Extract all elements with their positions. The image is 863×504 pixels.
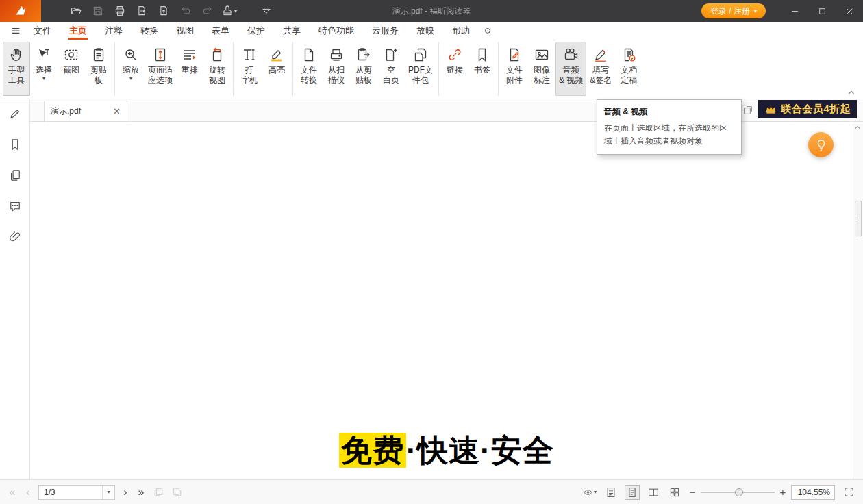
search-icon[interactable] (479, 23, 497, 38)
ribbon-group: 手型工具选择▾截图剪贴板 (3, 42, 112, 96)
typewriter-icon (241, 47, 258, 63)
maximize-button[interactable] (808, 0, 836, 22)
tab-label: 演示.pdf (51, 105, 109, 117)
window-title: 演示.pdf - 福昕阅读器 (392, 5, 471, 17)
ribbon-file-attachment-button[interactable]: 文件附件 (501, 42, 528, 96)
document-tab[interactable]: 演示.pdf ✕ (44, 101, 127, 121)
menu-present[interactable]: 放映 (408, 22, 443, 40)
sidebar-attachments-panel-button[interactable] (8, 229, 23, 244)
zoom-level-box[interactable]: 104.55% (791, 485, 835, 500)
ribbon-snapshot-button[interactable]: 截图 (58, 42, 85, 96)
ribbon-button-label: 缩放▾ (123, 65, 139, 82)
ribbon-rotate-view-button[interactable]: 旋转视图 (203, 42, 231, 96)
menu-file[interactable]: 文件 (25, 22, 60, 40)
ribbon-finalize-doc-button[interactable]: 文档定稿 (615, 42, 642, 96)
menu-view[interactable]: 视图 (167, 22, 203, 40)
hamburger-icon[interactable] (7, 23, 25, 38)
ribbon-reflow-button[interactable]: 重排 (176, 42, 203, 96)
image-icon (534, 47, 550, 63)
ribbon-zoom-button[interactable]: 缩放▾ (117, 42, 145, 96)
next-page-button[interactable]: › (120, 487, 131, 498)
ribbon-bookmark-button[interactable]: 书签 (468, 42, 496, 96)
collapse-ribbon-icon[interactable] (847, 88, 858, 97)
facing-pages-view-button[interactable] (646, 485, 661, 500)
app-window: ▾ 演示.pdf - 福昕阅读器 登录 / 注册 ▾ 文件主页注释转换视图表单保… (0, 0, 863, 504)
fullscreen-button[interactable] (841, 485, 856, 500)
ribbon-file-convert-button[interactable]: 文件转换 (295, 42, 323, 96)
ribbon-button-label: 截图 (63, 65, 79, 75)
menu-home[interactable]: 主页 (60, 22, 96, 40)
menu-convert[interactable]: 转换 (132, 22, 167, 40)
scrollbar-thumb[interactable] (855, 201, 862, 236)
first-page-button[interactable]: « (7, 487, 18, 498)
menu-protect[interactable]: 保护 (238, 22, 274, 40)
ribbon-hand-tool-button[interactable]: 手型工具 (3, 42, 30, 96)
ribbon-button-label: 链接 (447, 65, 463, 75)
foxit-logo[interactable] (0, 0, 41, 22)
ribbon-fill-sign-button[interactable]: 填写&签名 (586, 42, 615, 96)
assistant-lightbulb-button[interactable] (808, 132, 834, 158)
ribbon-select-tool-button[interactable]: 选择▾ (30, 42, 58, 96)
extract-page-button[interactable] (153, 2, 173, 20)
print-button[interactable] (110, 2, 129, 20)
previous-view-icon[interactable] (151, 486, 165, 499)
ribbon-from-scanner-button[interactable]: 从扫描仪 (323, 42, 350, 96)
ribbon-link-button[interactable]: 链接 (441, 42, 468, 96)
float-window-icon[interactable] (742, 105, 753, 116)
doc-lines-icon (605, 486, 617, 499)
multi-page-view-button[interactable] (667, 485, 682, 500)
ribbon-page-fit-options-button[interactable]: 页面适应选项 (145, 42, 176, 96)
export-page-button[interactable] (132, 2, 151, 20)
ribbon-audio-video-button[interactable]: 音频& 视频 (555, 42, 586, 96)
menu-form[interactable]: 表单 (203, 22, 238, 40)
sidebar-annotate-panel-button[interactable] (8, 106, 23, 121)
menu-help[interactable]: 帮助 (443, 22, 479, 40)
heading-rest: ·快速·安全 (406, 433, 554, 468)
sign-stamp-button[interactable]: ▾ (219, 2, 239, 20)
content-area: 演示.pdf ✕ 免费·快速·安全 (0, 99, 863, 479)
ribbon-typewriter-button[interactable]: 打字机 (236, 42, 263, 96)
zoom-slider[interactable] (701, 488, 775, 497)
single-page-view-button[interactable] (625, 485, 640, 500)
ribbon-group: 打字机高亮 (233, 42, 290, 96)
sidebar-comments-panel-button[interactable] (8, 199, 23, 214)
zoom-in-button[interactable]: + (779, 486, 787, 498)
document-canvas[interactable]: 免费·快速·安全 (30, 122, 863, 479)
menu-features[interactable]: 特色功能 (310, 22, 363, 40)
menu-share[interactable]: 共享 (274, 22, 310, 40)
vertical-scrollbar[interactable] (853, 122, 863, 479)
ribbon-clipboard-button[interactable]: 剪贴板 (85, 42, 112, 96)
save-button[interactable] (88, 2, 108, 20)
ribbon-button-label: 剪贴板 (90, 65, 107, 86)
ribbon-image-annotation-button[interactable]: 图像标注 (528, 42, 555, 96)
tab-close-icon[interactable]: ✕ (113, 107, 121, 116)
customize-quick-access-button[interactable] (256, 2, 276, 20)
chevron-down-icon[interactable]: ▾ (102, 486, 114, 499)
ribbon-button-label: 手型工具 (8, 65, 25, 86)
menu-comment[interactable]: 注释 (96, 22, 132, 40)
close-button[interactable] (836, 0, 863, 22)
ribbon-pdf-portfolio-button[interactable]: PDF文件包 (405, 42, 436, 96)
next-view-icon[interactable] (170, 486, 184, 499)
zoom-out-button[interactable]: − (688, 486, 697, 498)
ribbon-from-clipboard-button[interactable]: 从剪贴板 (350, 42, 377, 96)
prev-page-button[interactable]: ‹ (23, 487, 34, 498)
membership-promo-banner[interactable]: 联合会员4折起 (758, 100, 857, 118)
menu-cloud[interactable]: 云服务 (363, 22, 408, 40)
minimize-button[interactable] (781, 0, 808, 22)
ribbon-highlight-button[interactable]: 高亮 (263, 42, 290, 96)
undo-button[interactable] (175, 2, 195, 20)
zoom-slider-thumb[interactable] (735, 488, 743, 496)
read-mode-button[interactable]: ▾ (582, 485, 597, 500)
reflow-view-button[interactable] (603, 485, 618, 500)
scroll-up-icon[interactable] (853, 123, 863, 133)
last-page-button[interactable]: » (136, 487, 147, 498)
open-file-button[interactable] (66, 2, 86, 20)
sidebar-bookmarks-panel-button[interactable] (8, 137, 23, 152)
redo-button[interactable] (197, 2, 217, 20)
lightbulb-icon (814, 138, 828, 152)
login-register-button[interactable]: 登录 / 注册 ▾ (701, 3, 766, 18)
ribbon-blank-page-button[interactable]: 空白页 (377, 42, 405, 96)
page-number-box[interactable]: 1/3 ▾ (38, 485, 115, 500)
sidebar-pages-panel-button[interactable] (8, 168, 23, 183)
